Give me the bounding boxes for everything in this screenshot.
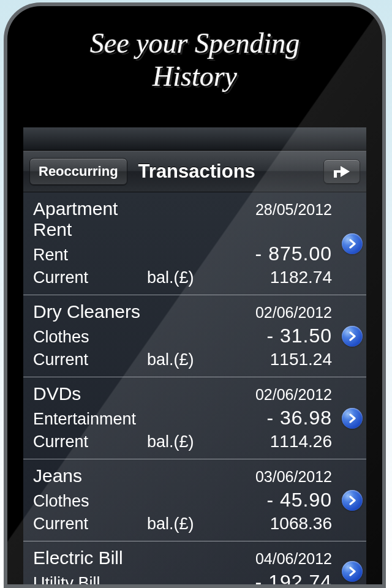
transaction-row[interactable]: Electric Bill04/06/2012Utility Bill- 192… [23,541,366,584]
transaction-amount: - 31.50 [228,325,358,347]
transaction-date: 02/06/2012 [228,304,358,322]
balance-label: bal.(£) [147,514,228,533]
transaction-category: Rent [33,246,147,265]
transaction-account: Current [33,350,147,369]
disclosure-button[interactable] [342,233,363,254]
transaction-title: Electric Bill [33,548,147,568]
balance-label: bal.(£) [147,432,228,451]
disclosure-button[interactable] [342,490,363,511]
transaction-balance: 1182.74 [228,268,358,287]
transaction-list[interactable]: Apartment Rent28/05/2012Rent- 875.00Curr… [23,192,366,584]
transaction-row[interactable]: DVDs02/06/2012Entertainment- 36.98Curren… [23,377,366,459]
transaction-category: Entertainment [33,410,147,429]
disclosure-button[interactable] [342,561,363,582]
transaction-row[interactable]: Dry Cleaners02/06/2012Clothes- 31.50Curr… [23,295,366,377]
transaction-date: 02/06/2012 [228,386,358,404]
transaction-category: Utility Bill [33,574,147,584]
chevron-right-icon [342,561,363,582]
chevron-right-icon [342,490,363,511]
phone-body: See your Spending History Reoccurring Tr… [7,6,382,584]
disclosure-button[interactable] [342,326,363,347]
transaction-title: Dry Cleaners [33,301,147,322]
reoccurring-button[interactable]: Reoccurring [29,158,127,185]
transaction-amount: - 192.74 [228,571,358,584]
transaction-account: Current [33,514,147,533]
transaction-date: 28/05/2012 [228,201,358,219]
nav-bar: Reoccurring Transactions [23,151,366,192]
transaction-row[interactable]: Jeans03/06/2012Clothes- 45.90Currentbal.… [23,459,366,541]
balance-label: bal.(£) [147,350,228,369]
phone-frame: See your Spending History Reoccurring Tr… [4,2,386,588]
disclosure-button[interactable] [342,408,363,429]
chevron-right-icon [342,408,363,429]
transaction-balance: 1114.26 [228,432,358,451]
transaction-date: 03/06/2012 [228,468,358,486]
chevron-right-icon [342,233,363,254]
transaction-balance: 1151.24 [228,350,358,369]
promo-headline: See your Spending History [7,27,382,94]
transaction-account: Current [33,268,147,287]
balance-label: bal.(£) [147,268,228,287]
transaction-title: Apartment Rent [33,198,147,240]
transaction-account: Current [33,432,147,451]
transaction-title: DVDs [33,383,147,404]
transaction-date: 04/06/2012 [228,550,358,568]
chevron-right-icon [342,326,363,347]
transaction-amount: - 36.98 [228,407,358,429]
promo-headline-line1: See your Spending [7,27,382,60]
reoccurring-button-label: Reoccurring [39,164,118,179]
transaction-amount: - 875.00 [228,243,358,265]
transaction-category: Clothes [33,328,147,347]
transaction-row[interactable]: Apartment Rent28/05/2012Rent- 875.00Curr… [23,192,366,295]
transaction-amount: - 45.90 [228,489,358,511]
promo-headline-line2: History [7,60,382,93]
share-button[interactable] [323,159,360,184]
page-title: Transactions [138,160,315,183]
transaction-title: Jeans [33,466,147,486]
share-icon [331,164,352,179]
status-bar [23,127,366,151]
transaction-balance: 1068.36 [228,514,358,533]
transaction-category: Clothes [33,492,147,511]
app-screen: Reoccurring Transactions Apartment Rent2… [23,127,366,584]
